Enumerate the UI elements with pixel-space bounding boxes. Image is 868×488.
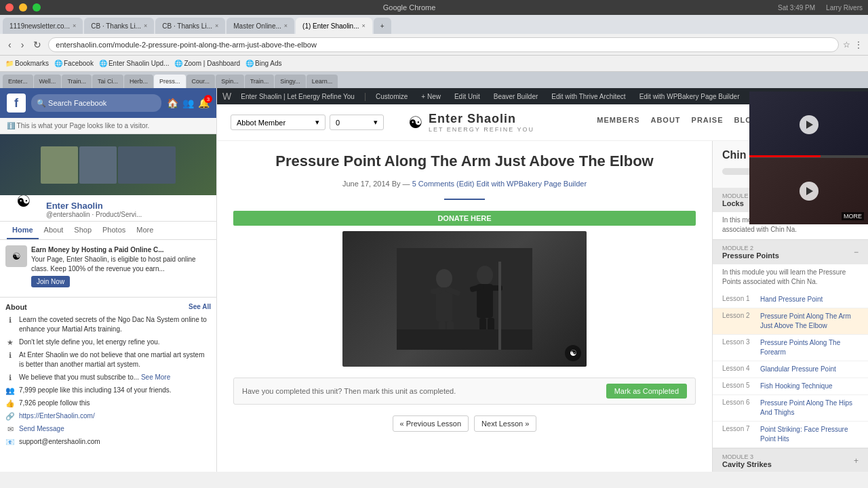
nav-photos[interactable]: Photos <box>97 222 131 239</box>
tab-2[interactable]: CB · Thanks Li...× <box>84 18 154 34</box>
send-message-link[interactable]: Send Message <box>19 424 64 434</box>
bm-enter-shaolin[interactable]: 🌐 Enter Shaolin Upd... <box>99 60 170 67</box>
wp-site-name[interactable]: Enter Shaolin | Let Energy Refine You <box>237 93 359 100</box>
wp-edit-unit[interactable]: Edit Unit <box>450 93 484 100</box>
maximize-btn[interactable] <box>33 3 41 12</box>
nav-shop[interactable]: Shop <box>68 222 97 239</box>
close-btn[interactable] <box>5 3 14 12</box>
module-3-info: Module 3 Cavity Strikes <box>722 453 772 468</box>
lesson-7-link[interactable]: Point Striking: Face Pressure Point Hits <box>760 425 859 444</box>
tab-3[interactable]: CB · Thanks Li...× <box>155 18 225 34</box>
tab-4[interactable]: Master Online...× <box>226 18 294 34</box>
prev-lesson-button[interactable]: « Previous Lesson <box>393 415 469 432</box>
inner-tab-9[interactable]: Singy... <box>275 75 305 88</box>
inner-tab-1[interactable]: Well... <box>34 75 62 88</box>
inner-tab-7[interactable]: Spin... <box>216 75 244 88</box>
svg-rect-14 <box>498 262 501 350</box>
see-more-link[interactable]: See More <box>141 373 170 381</box>
inner-tab-6[interactable]: Cour... <box>186 75 216 88</box>
nav-more[interactable]: More <box>131 222 159 239</box>
wp-beaver[interactable]: Beaver Builder <box>490 93 542 100</box>
back-button[interactable]: ‹ <box>5 38 14 52</box>
follow-count-item: 👍 7,926 people follow this <box>5 399 211 408</box>
play-triangle-1 <box>806 121 813 129</box>
fb-people-icon[interactable]: 👥 <box>182 98 194 108</box>
cover-thumb-1 <box>41 146 78 184</box>
module-2-header[interactable]: Module 2 Pressure Points − <box>713 240 868 264</box>
minimize-btn[interactable] <box>19 3 27 12</box>
lesson-6-item[interactable]: Lesson 6 Pressure Point Along The Hips A… <box>713 395 868 422</box>
tab-5-active[interactable]: (1) Enter Shaolin...× <box>296 18 372 34</box>
url-box[interactable]: entershaolin.com/module-2-pressure-point… <box>48 37 839 52</box>
inner-tab-3[interactable]: Tai Ci... <box>92 75 123 88</box>
lesson-5-link[interactable]: Fish Hooking Technique <box>760 382 833 391</box>
article-title: Pressure Point Along The Arm Just Above … <box>233 152 696 171</box>
bm-zoom[interactable]: 🌐 Zoom | Dashboard <box>174 60 240 67</box>
video-progress-fill-1 <box>749 155 821 157</box>
about-item-2: ℹ At Enter Shaolin we do not believe tha… <box>5 350 211 369</box>
lesson-2-link[interactable]: Pressure Point Along The Arm Just Above … <box>760 312 859 331</box>
fb-home-icon[interactable]: 🏠 <box>167 98 178 108</box>
video-progress-1 <box>749 155 868 157</box>
tab-1[interactable]: 1119newsletter.co...× <box>3 18 83 34</box>
reload-button[interactable]: ↻ <box>31 38 44 52</box>
member-select[interactable]: Abbot Member ▾ <box>231 115 326 130</box>
nav-about[interactable]: About <box>39 222 69 239</box>
es-logo: ☯ Enter Shaolin Let Energy Refine You <box>408 112 534 133</box>
nav-home[interactable]: Home <box>7 222 39 239</box>
es-nav-praise[interactable]: PRAISE <box>692 116 724 129</box>
es-nav-about[interactable]: ABOUT <box>650 116 680 129</box>
video-thumb-1[interactable] <box>749 92 868 158</box>
lesson-4-link[interactable]: Glandular Pressure Point <box>760 365 836 374</box>
fb-notification-icon[interactable]: 🔔3 <box>198 98 210 108</box>
mark-complete-button[interactable]: Mark as Completed <box>606 384 687 399</box>
inner-tab-2[interactable]: Train... <box>62 75 92 88</box>
lesson-3-link[interactable]: Pressure Points Along The Forearm <box>760 338 859 357</box>
bookmark-icon[interactable]: ☆ <box>843 40 850 49</box>
video-thumb-2[interactable]: MORE <box>749 158 868 224</box>
website-link[interactable]: https://EnterShaolin.com/ <box>19 411 95 421</box>
tab-new[interactable]: + <box>374 18 391 34</box>
next-lesson-button[interactable]: Next Lesson » <box>474 415 536 432</box>
comments-link[interactable]: 5 Comments <box>412 180 454 188</box>
time-display: Sat 3:49 PM <box>778 4 815 12</box>
follow-icon: 👍 <box>5 399 15 408</box>
inner-tab-5-active[interactable]: Press... <box>154 75 186 88</box>
website-item: 🔗 https://EnterShaolin.com/ <box>5 411 211 421</box>
lesson-3-item[interactable]: Lesson 3 Pressure Points Along The Forea… <box>713 335 868 361</box>
settings-icon[interactable]: ⋮ <box>854 40 863 49</box>
lesson-1-link[interactable]: Hand Pressure Point <box>760 295 823 304</box>
cover-thumb-2 <box>79 146 117 184</box>
inner-tab-4[interactable]: Herb... <box>124 75 153 88</box>
wp-new[interactable]: + New <box>417 93 445 100</box>
see-all-link[interactable]: See All <box>189 303 211 311</box>
module-3-name: Cavity Strikes <box>722 460 772 468</box>
forward-button[interactable]: › <box>18 38 27 52</box>
number-select[interactable]: 0 ▾ <box>330 115 384 130</box>
lesson-5-item[interactable]: Lesson 5 Fish Hooking Technique <box>713 378 868 395</box>
wp-customize[interactable]: Customize <box>372 93 412 100</box>
lesson-1-item[interactable]: Lesson 1 Hand Pressure Point <box>713 291 868 308</box>
es-nav-members[interactable]: MEMBERS <box>597 116 639 129</box>
lesson-2-item[interactable]: Lesson 2 Pressure Point Along The Arm Ju… <box>713 308 868 335</box>
lesson-7-item[interactable]: Lesson 7 Point Striking: Face Pressure P… <box>713 422 868 448</box>
wp-thrive[interactable]: Edit with Thrive Architect <box>547 93 629 100</box>
wpbakery-link[interactable]: Edit with WPBakery Page Builder <box>476 180 587 188</box>
wp-wpbakery[interactable]: Edit with WPBakery Page Builder <box>635 93 744 100</box>
inner-tab-0[interactable]: Enter... <box>3 75 33 88</box>
support-email: support@entershaolin.com <box>19 437 100 447</box>
bm-bing[interactable]: 🌐 Bing Ads <box>245 60 281 67</box>
bm-facebook[interactable]: 🌐 Facebook <box>54 60 94 67</box>
bm-bookmarks[interactable]: 📁 Bookmarks <box>5 60 49 67</box>
donate-area[interactable]: DONATE HERE <box>233 211 696 226</box>
join-now-button[interactable]: Join Now <box>31 276 70 287</box>
about-text-3: We believe that you must subscribe to...… <box>19 373 170 382</box>
fb-search[interactable]: 🔍 Search Facebook <box>31 94 161 112</box>
article-meta: June 17, 2014 By — 5 Comments (Edit) Edi… <box>233 180 696 188</box>
inner-tab-10[interactable]: Learn... <box>307 75 338 88</box>
edit-link[interactable]: (Edit) <box>456 180 474 188</box>
inner-tab-8[interactable]: Train... <box>245 75 275 88</box>
lesson-6-link[interactable]: Pressure Point Along The Hips And Thighs <box>760 399 859 418</box>
lesson-4-item[interactable]: Lesson 4 Glandular Pressure Point <box>713 361 868 378</box>
module-3-header[interactable]: Module 3 Cavity Strikes + <box>713 449 868 472</box>
